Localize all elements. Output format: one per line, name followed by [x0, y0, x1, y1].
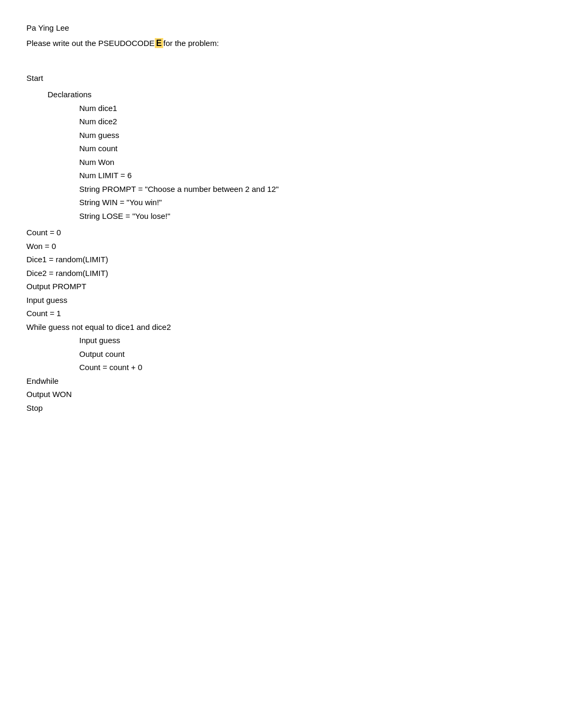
instruction-suffix: for the problem: — [163, 39, 219, 48]
count-init: Count = 0 — [26, 226, 535, 239]
while-count-increment: Count = count + 0 — [79, 361, 535, 374]
decl-dice1: Num dice1 — [79, 102, 535, 115]
pseudocode-block: Start Declarations Num dice1 Num dice2 N… — [26, 71, 535, 415]
decl-won: Num Won — [79, 155, 535, 169]
decl-count: Num count — [79, 142, 535, 155]
instruction-prefix: Please write out the PSEUDOCODE — [26, 39, 155, 48]
won-init: Won = 0 — [26, 239, 535, 253]
while-body: Input guess Output count Count = count +… — [26, 334, 535, 374]
while-statement: While guess not equal to dice1 and dice2 — [26, 320, 535, 334]
stop-keyword: Stop — [26, 401, 535, 415]
endwhile: Endwhile — [26, 374, 535, 388]
decl-win: String WIN = "You win!" — [79, 196, 535, 209]
while-output-count: Output count — [79, 347, 535, 361]
declarations-section: Declarations — [26, 88, 535, 102]
count-one: Count = 1 — [26, 307, 535, 320]
dice1-assign: Dice1 = random(LIMIT) — [26, 253, 535, 266]
dice2-assign: Dice2 = random(LIMIT) — [26, 266, 535, 280]
pseudocode-label: E — [155, 38, 164, 48]
decl-lose: String LOSE = "You lose!" — [79, 209, 535, 223]
decl-prompt: String PROMPT = "Choose a number between… — [79, 182, 535, 196]
decl-dice2: Num dice2 — [79, 115, 535, 128]
decl-guess: Num guess — [79, 128, 535, 142]
header-instruction: Please write out the PSEUDOCODEEfor the … — [26, 36, 535, 50]
declarations-list: Num dice1 Num dice2 Num guess Num count … — [26, 102, 535, 223]
output-prompt: Output PROMPT — [26, 280, 535, 293]
decl-limit: Num LIMIT = 6 — [79, 169, 535, 182]
while-input-guess: Input guess — [79, 334, 535, 347]
output-won: Output WON — [26, 388, 535, 401]
start-keyword: Start — [26, 71, 535, 85]
input-guess: Input guess — [26, 293, 535, 307]
header-name: Pa Ying Lee — [26, 21, 535, 35]
